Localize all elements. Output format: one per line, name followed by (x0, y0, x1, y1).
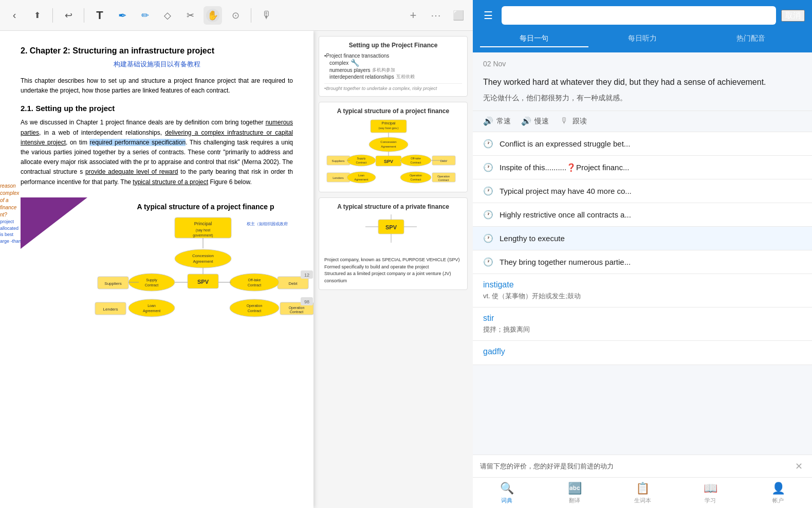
diagram-title: A typical structure of a project finance… (93, 203, 313, 211)
lasso-icon: ⊙ (232, 10, 239, 21)
highlighter-tool-button[interactable]: ✏ (136, 6, 154, 25)
svg-text:Suppliers: Suppliers (331, 159, 344, 162)
section-title: 2.1. Setting up the project (21, 104, 293, 113)
list-item-4[interactable]: 🕐 Highly restrictive once all contracts … (473, 203, 812, 227)
thumbnail-card-1[interactable]: Setting up the Project Finance •Project … (319, 36, 468, 97)
svg-text:Contract: Contract (438, 178, 449, 182)
add-button[interactable]: + (404, 6, 422, 25)
svg-text:Debt: Debt (289, 281, 298, 286)
diagram-title-area: A typical structure of a project finance… (93, 197, 313, 320)
more-button[interactable]: ⋯ (427, 6, 445, 25)
svg-text:Concession: Concession (192, 253, 214, 258)
svg-text:SPV: SPV (384, 159, 393, 164)
close-icon: ✕ (795, 461, 803, 472)
eraser-icon: ◇ (164, 10, 171, 21)
list-item-2[interactable]: 🕐 Inspite of this..........❓Project fina… (473, 156, 812, 179)
svg-text:Supply: Supply (146, 278, 157, 282)
dict-tabs: 每日一句 每日听力 热门配音 (473, 31, 812, 52)
profile-icon: 👤 (771, 482, 785, 495)
list-item-5-active[interactable]: 🕐 Lengthy to execute (473, 227, 812, 250)
list-item-6[interactable]: 🕐 They bring together numerous partie... (473, 250, 812, 274)
nav-item-translate[interactable]: 🔤 翻译 (541, 479, 608, 507)
word-item-instigate[interactable]: instigate vt. 使（某事物）开始或发生;鼓动 (473, 274, 812, 307)
thumb-diagram-2: Principal (say host gov.) Concession Agr… (324, 119, 458, 186)
audio-normal-speed[interactable]: 🔊 常速 (483, 116, 511, 126)
eraser-tool-button[interactable]: ◇ (158, 6, 177, 25)
clock-icon-3: 🕐 (483, 186, 493, 196)
svg-text:Agreement: Agreement (381, 145, 396, 148)
svg-text:12: 12 (304, 273, 309, 278)
word-item-gadfly[interactable]: gadfly (473, 341, 812, 365)
word-en-instigate: instigate (483, 280, 802, 289)
back-button[interactable]: ‹ (5, 6, 24, 25)
pdf-diagram-section: A typical structure of a project finance… (21, 197, 293, 320)
svg-text:Operation: Operation (289, 306, 305, 310)
nav-item-study[interactable]: 📖 学习 (676, 479, 744, 507)
svg-text:Contract: Contract (145, 283, 159, 287)
list-item-1[interactable]: 🕐 Conflict is an expressed struggle bet.… (473, 132, 812, 156)
tab-hot-dub[interactable]: 热门配音 (696, 31, 805, 47)
dict-bottom-nav: 🔍 词典 🔤 翻译 📋 生词本 📖 学习 👤 帐户 (473, 477, 812, 508)
nav-item-profile[interactable]: 👤 帐户 (744, 479, 812, 507)
highlighter-icon: ✏ (141, 10, 149, 21)
dict-search-input[interactable] (507, 11, 771, 20)
dict-search-box (502, 6, 776, 25)
list-item-3[interactable]: 🕐 Typical project may have 40 more co... (473, 179, 812, 203)
mic-button[interactable]: 🎙 (257, 6, 276, 25)
svg-text:Operation: Operation (410, 174, 422, 177)
thumb-title-3: A typical structure of a private finance (324, 203, 462, 210)
svg-point-30 (230, 299, 279, 317)
scissors-tool-button[interactable]: ✂ (181, 6, 199, 25)
tab-daily-listen[interactable]: 每日听力 (588, 31, 697, 47)
thumb-diagram-3: SPV (324, 214, 458, 256)
thumb-desc: Project company, known as SPECIAL PURPOS… (324, 257, 462, 284)
hand-tool-button[interactable]: ✋ (204, 6, 222, 25)
clock-icon-2: 🕐 (483, 162, 493, 173)
word-item-stir[interactable]: stir 搅拌；挑拨离间 (473, 307, 812, 341)
nav-item-dict[interactable]: 🔍 词典 (473, 479, 541, 507)
text-tool-button[interactable]: T (90, 6, 109, 25)
svg-text:Contract: Contract (248, 283, 262, 287)
dict-audio-row: 🔊 常速 🔊 慢速 🎙 跟读 (473, 111, 812, 132)
svg-text:Agreement: Agreement (355, 178, 368, 181)
svg-point-7 (175, 249, 231, 268)
clock-icon-4: 🕐 (483, 210, 493, 220)
chapter-body-2: As we discussed in Chapter 1 project fin… (21, 118, 293, 187)
audio-follow-read[interactable]: 🎙 跟读 (559, 116, 587, 126)
pen-tool-button[interactable]: ✒ (113, 6, 132, 25)
nav-item-notes[interactable]: 📋 生词本 (608, 479, 676, 507)
svg-text:(say host gov.): (say host gov.) (379, 126, 399, 130)
svg-text:Lenders: Lenders (103, 307, 118, 312)
page-view-button[interactable]: ⬜ (449, 6, 468, 25)
mic-icon-2: 🎙 (559, 116, 569, 126)
nav-label-dict: 词典 (501, 497, 512, 504)
pdf-page[interactable]: 2. Chapter 2: Structuring an infrastruct… (0, 31, 313, 508)
svg-text:(say host: (say host (196, 228, 210, 232)
undo-button[interactable]: ↩ (59, 6, 78, 25)
svg-text:Agreement: Agreement (143, 309, 160, 313)
word-cn-stir: 搅拌；挑拨离间 (483, 325, 802, 334)
svg-text:SPV: SPV (385, 224, 397, 230)
page-view-icon: ⬜ (453, 10, 464, 21)
speaker-icon-2: 🔊 (521, 116, 531, 126)
chapter-subtitle-cn: 构建基础设施项目以有备教程 (21, 60, 293, 69)
dict-cancel-button[interactable]: 取消 (781, 10, 805, 22)
feedback-text: 请留下您的评价，您的好评是我们前进的动力 (480, 462, 787, 471)
pdf-content-area: 2. Chapter 2: Structuring an infrastruct… (0, 31, 473, 508)
tab-daily-sentence[interactable]: 每日一句 (480, 31, 588, 47)
plus-icon: + (410, 9, 417, 22)
text-icon: T (96, 9, 103, 22)
clock-icon-5: 🕐 (483, 233, 493, 244)
svg-text:Principal: Principal (194, 221, 212, 226)
dict-menu-button[interactable]: ☰ (480, 7, 496, 24)
lasso-tool-button[interactable]: ⊙ (226, 6, 245, 25)
thumbnail-card-3[interactable]: A typical structure of a private finance… (319, 197, 468, 290)
dict-feedback-bar: 请留下您的评价，您的好评是我们前进的动力 ✕ (473, 455, 812, 477)
thumbnail-card-2[interactable]: A typical structure of a project finance… (319, 102, 468, 192)
audio-slow-speed[interactable]: 🔊 慢速 (521, 116, 549, 126)
share-button[interactable]: ⬆ (28, 6, 46, 25)
svg-text:Suppliers: Suppliers (104, 281, 121, 286)
feedback-close-button[interactable]: ✕ (792, 460, 805, 473)
pdf-panel: ‹ ⬆ ↩ T ✒ ✏ ◇ ✂ ✋ ⊙ 🎙 (0, 0, 473, 508)
svg-text:government): government) (193, 233, 213, 238)
